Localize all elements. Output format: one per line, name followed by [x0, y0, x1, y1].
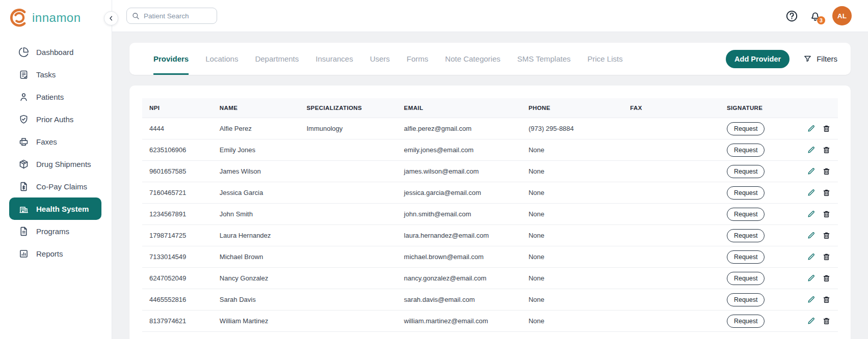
edit-provider-button[interactable]	[807, 188, 816, 197]
sidebar-item-reports[interactable]: Reports	[9, 242, 101, 265]
edit-provider-button[interactable]	[807, 231, 816, 240]
table-row: 9601657585 James Wilson james.wilson@ema…	[142, 161, 838, 182]
cell-specializations	[299, 139, 397, 161]
topbar-right: 3 AL	[785, 6, 852, 25]
edit-provider-button[interactable]	[807, 146, 816, 154]
cell-specializations: Immunology	[299, 118, 397, 139]
edit-provider-button[interactable]	[807, 124, 816, 133]
tab-providers[interactable]: Providers	[153, 43, 189, 75]
edit-pencil-icon	[807, 317, 816, 325]
brand-logo-text: innamon	[32, 11, 81, 25]
filters-button[interactable]: Filters	[803, 54, 837, 63]
sidebar-item-patients[interactable]: Patients	[9, 86, 101, 108]
sidebar-collapse-button[interactable]	[104, 11, 118, 25]
sidebar-item-prior-auths[interactable]: Prior Auths	[9, 108, 101, 130]
sidebar-item-icon	[18, 136, 29, 147]
cell-phone: None	[521, 268, 623, 289]
delete-provider-button[interactable]	[822, 124, 831, 133]
tab-users[interactable]: Users	[370, 43, 390, 75]
table-row: 7133014549 Michael Brown michael.brown@e…	[142, 246, 838, 268]
sidebar-item-icon	[18, 248, 29, 259]
sidebar-item-faxes[interactable]: Faxes	[9, 130, 101, 153]
cell-fax	[623, 268, 720, 289]
cell-npi: 4444	[142, 118, 213, 139]
tab-label: Locations	[205, 54, 238, 63]
cell-fax	[623, 204, 720, 225]
delete-provider-button[interactable]	[822, 295, 831, 304]
main-area: 3 AL Providers Locations	[112, 0, 868, 339]
cell-phone: None	[521, 246, 623, 268]
request-signature-button[interactable]: Request	[727, 165, 765, 178]
request-signature-button[interactable]: Request	[727, 144, 765, 157]
user-avatar[interactable]: AL	[832, 6, 852, 25]
delete-provider-button[interactable]	[822, 317, 831, 325]
request-signature-button[interactable]: Request	[727, 293, 765, 306]
cell-name: Alfie Perez	[213, 118, 300, 139]
tab-sms-templates[interactable]: SMS Templates	[517, 43, 571, 75]
sidebar-item-co-pay-claims[interactable]: Co-Pay Claims	[9, 175, 101, 197]
cell-specializations	[299, 289, 397, 310]
request-signature-button[interactable]: Request	[727, 250, 765, 264]
cinnamon-logo-icon	[8, 7, 30, 29]
tab-actions: Add Provider Filters	[726, 50, 837, 68]
patient-search-input[interactable]	[126, 8, 217, 24]
request-signature-button[interactable]: Request	[727, 272, 765, 285]
request-signature-button[interactable]: Request	[727, 315, 765, 328]
sidebar-nav: Dashboard Tasks Patients Prior Auths	[0, 41, 112, 265]
edit-pencil-icon	[807, 295, 816, 304]
cell-signature: Request	[720, 289, 793, 310]
sidebar-item-dashboard[interactable]: Dashboard	[9, 41, 101, 63]
sidebar-item-drug-shipments[interactable]: Drug Shipments	[9, 153, 101, 175]
sidebar-item-programs[interactable]: Programs	[9, 220, 101, 242]
filters-label: Filters	[817, 54, 837, 63]
request-signature-button[interactable]: Request	[727, 229, 765, 242]
request-signature-button[interactable]: Request	[727, 208, 765, 221]
delete-provider-button[interactable]	[822, 146, 831, 154]
tab-note-categories[interactable]: Note Categories	[445, 43, 500, 75]
edit-provider-button[interactable]	[807, 274, 816, 282]
notifications-button[interactable]: 3	[809, 10, 822, 22]
column-header-actions	[793, 98, 838, 118]
delete-provider-button[interactable]	[822, 188, 831, 197]
sidebar-item-label: Health System	[36, 205, 89, 213]
edit-provider-button[interactable]	[807, 210, 816, 218]
edit-provider-button[interactable]	[807, 167, 816, 176]
cell-email: laura.hernandez@email.com	[397, 225, 521, 246]
sidebar-item-health-system[interactable]: Health System	[9, 197, 101, 220]
add-provider-button[interactable]: Add Provider	[726, 50, 790, 68]
delete-provider-button[interactable]	[822, 210, 831, 218]
delete-trash-icon	[822, 167, 831, 176]
providers-table: NPI NAME SPECIALIZATIONS EMAIL PHONE FAX…	[142, 98, 838, 332]
cell-actions	[793, 182, 838, 204]
cell-actions	[793, 246, 838, 268]
sidebar-item-tasks[interactable]: Tasks	[9, 63, 101, 86]
delete-provider-button[interactable]	[822, 167, 831, 176]
cell-phone: None	[521, 161, 623, 182]
sidebar-item-label: Co-Pay Claims	[36, 182, 87, 191]
column-header-name: NAME	[213, 98, 300, 118]
cell-npi: 7160465721	[142, 182, 213, 204]
tab-forms[interactable]: Forms	[407, 43, 429, 75]
edit-provider-button[interactable]	[807, 295, 816, 304]
tab-label: Price Lists	[588, 54, 623, 63]
sidebar-item-icon	[18, 92, 29, 102]
edit-provider-button[interactable]	[807, 252, 816, 261]
help-button[interactable]	[785, 10, 798, 22]
delete-provider-button[interactable]	[822, 231, 831, 240]
edit-provider-button[interactable]	[807, 317, 816, 325]
cell-npi: 6235106906	[142, 139, 213, 161]
tab-departments[interactable]: Departments	[255, 43, 299, 75]
column-header-phone: PHONE	[521, 98, 623, 118]
tab-insurances[interactable]: Insurances	[315, 43, 353, 75]
edit-pencil-icon	[807, 252, 816, 261]
request-signature-button[interactable]: Request	[727, 186, 765, 200]
delete-provider-button[interactable]	[822, 252, 831, 261]
request-signature-button[interactable]: Request	[727, 122, 765, 135]
tab-price-lists[interactable]: Price Lists	[588, 43, 623, 75]
cell-phone: None	[521, 204, 623, 225]
cell-npi: 1798714725	[142, 225, 213, 246]
cell-email: william.martinez@email.com	[397, 310, 521, 332]
cell-email: john.smith@email.com	[397, 204, 521, 225]
tab-locations[interactable]: Locations	[205, 43, 238, 75]
delete-provider-button[interactable]	[822, 274, 831, 282]
